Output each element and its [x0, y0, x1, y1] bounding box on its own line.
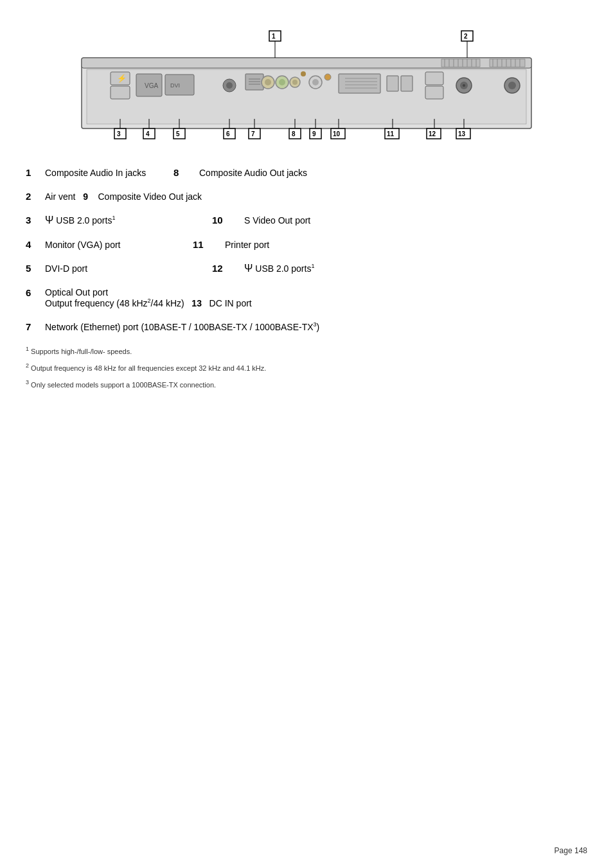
svg-point-36 [279, 79, 285, 85]
legend-row-3: 3 Ψ USB 2.0 ports1 10 S Video Out port [26, 215, 587, 226]
svg-text:1: 1 [272, 33, 276, 40]
legend-num-6: 6 [26, 287, 45, 298]
svg-text:VGA: VGA [145, 82, 158, 89]
legend-row-7: 7 Network (Ethernet) port (10BASE-T / 10… [26, 321, 587, 332]
svg-text:7: 7 [251, 130, 255, 137]
svg-rect-51 [425, 86, 443, 99]
svg-point-41 [312, 79, 319, 85]
svg-point-28 [226, 82, 233, 89]
svg-text:3: 3 [117, 130, 121, 137]
legend-desc-1: Composite Audio In jacks [45, 168, 173, 178]
diagram-area: ⚡ VGA DVI [26, 26, 587, 154]
legend-row-4: 4 Monitor (VGA) port 11 Printer port [26, 239, 587, 250]
svg-rect-48 [387, 76, 398, 91]
footnote-1: 1 Supports high-/full-/low- speeds. [26, 345, 587, 357]
legend-desc-4: Monitor (VGA) port [45, 240, 173, 250]
legend-num2-5: 12 [212, 263, 238, 274]
back-panel-diagram: ⚡ VGA DVI [62, 26, 551, 154]
svg-text:11: 11 [387, 130, 395, 137]
legend-num-4: 4 [26, 239, 45, 250]
svg-text:5: 5 [176, 130, 180, 137]
legend-desc-6-line2: Output frequency (48 kHz2/44 kHz) 13 DC … [45, 297, 252, 308]
svg-text:8: 8 [292, 130, 296, 137]
legend-num-3: 3 [26, 215, 45, 226]
legend-num-1: 1 [26, 167, 45, 178]
legend-area: 1 Composite Audio In jacks 8 Composite A… [26, 167, 587, 332]
svg-point-39 [301, 71, 306, 76]
svg-text:DVI: DVI [170, 82, 180, 89]
legend-desc2-4: Printer port [225, 240, 269, 250]
svg-rect-3 [441, 59, 480, 67]
svg-text:6: 6 [226, 130, 230, 137]
footnote-3: 3 Only selected models support a 1000BAS… [26, 378, 587, 390]
svg-point-54 [463, 84, 465, 87]
svg-rect-50 [425, 72, 443, 85]
page-container: ⚡ VGA DVI [0, 0, 613, 434]
svg-text:9: 9 [312, 130, 316, 137]
legend-num2-4: 11 [193, 239, 218, 250]
legend-num-2: 2 [26, 191, 45, 202]
footnotes-area: 1 Supports high-/full-/low- speeds. 2 Ou… [26, 345, 587, 390]
svg-rect-21 [111, 86, 130, 99]
legend-desc2-5: Ψ USB 2.0 ports1 [244, 263, 314, 274]
legend-num-7: 7 [26, 321, 45, 332]
svg-text:13: 13 [458, 130, 466, 137]
svg-point-38 [292, 80, 298, 85]
legend-desc2-3: S Video Out port [244, 215, 310, 226]
legend-num2-1: 8 [173, 167, 199, 178]
legend-num-5: 5 [26, 263, 45, 274]
svg-text:⚡: ⚡ [117, 73, 127, 83]
legend-num2-3: 10 [212, 215, 238, 226]
footnote-2: 2 Output frequency is 48 kHz for all fre… [26, 362, 587, 373]
legend-row-6: 6 Optical Out port Output frequency (48 … [26, 287, 587, 308]
legend-desc-6-line1: Optical Out port [45, 287, 252, 297]
legend-row-2: 2 Air vent 9 Composite Video Out jack [26, 191, 587, 202]
svg-text:4: 4 [146, 130, 150, 137]
legend-desc-5: DVI-D port [45, 263, 173, 274]
legend-row-5: 5 DVI-D port 12 Ψ USB 2.0 ports1 [26, 263, 587, 274]
page-number: Page 148 [555, 846, 587, 855]
legend-desc-3: Ψ USB 2.0 ports1 [45, 215, 173, 226]
svg-text:2: 2 [464, 33, 468, 40]
svg-text:12: 12 [429, 130, 436, 137]
svg-rect-49 [401, 76, 413, 91]
svg-point-56 [508, 82, 516, 89]
svg-point-42 [324, 74, 331, 80]
legend-row-1: 1 Composite Audio In jacks 8 Composite A… [26, 167, 587, 178]
legend-desc-7: Network (Ethernet) port (10BASE-T / 100B… [45, 321, 319, 332]
svg-text:10: 10 [333, 130, 341, 137]
svg-rect-43 [339, 74, 380, 93]
legend-desc-2: Air vent 9 Composite Video Out jack [45, 191, 202, 202]
legend-desc2-1: Composite Audio Out jacks [199, 168, 307, 178]
svg-point-34 [265, 79, 271, 85]
